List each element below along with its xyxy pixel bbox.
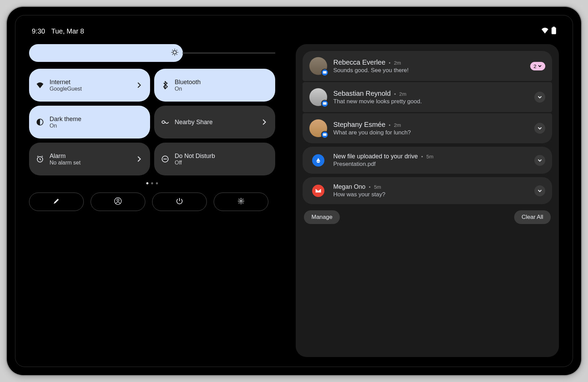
notification-time: 2m	[394, 122, 401, 128]
expand-button[interactable]	[534, 155, 545, 166]
notification-time: 2m	[394, 60, 401, 66]
chevron-right-icon[interactable]	[260, 118, 268, 126]
svg-line-10	[177, 50, 177, 50]
notifications-panel: Rebecca Everlee • 2m Sounds good. See yo…	[296, 44, 559, 357]
tile-dark-theme[interactable]: Dark theme On	[29, 106, 150, 139]
notification-time: 5m	[374, 184, 381, 190]
messages-app-badge-icon	[321, 69, 329, 76]
notification-title: New file uploaded to your drive	[333, 153, 418, 160]
battery-icon	[551, 27, 556, 36]
wifi-icon	[36, 81, 44, 89]
bluetooth-icon	[161, 81, 169, 89]
tile-sub: GoogleGuest	[50, 86, 130, 92]
status-left: 9:30 Tue, Mar 8	[32, 27, 84, 35]
tile-do-not-disturb[interactable]: Do Not Disturb Off	[154, 143, 275, 175]
svg-rect-0	[551, 27, 556, 34]
tile-sub: On	[50, 123, 143, 129]
messages-app-badge-icon	[321, 131, 329, 139]
svg-rect-19	[323, 102, 326, 105]
avatar	[309, 88, 327, 106]
drive-app-icon	[312, 154, 324, 167]
alarm-icon	[36, 155, 44, 163]
svg-line-5	[172, 50, 173, 50]
status-date: Tue, Mar 8	[51, 27, 84, 35]
notification-time: 5m	[426, 154, 433, 159]
manage-button[interactable]: Manage	[304, 210, 340, 224]
notification-time: 2m	[399, 91, 406, 97]
user-button[interactable]	[91, 193, 145, 211]
notification-body: What are you doing for lunch?	[333, 129, 528, 136]
notification-count-badge[interactable]: 2	[530, 62, 545, 70]
avatar	[309, 119, 327, 137]
expand-button[interactable]	[534, 123, 545, 134]
dark-theme-icon	[36, 118, 44, 126]
tile-title: Bluetooth	[175, 79, 268, 86]
notification-group-messages: Rebecca Everlee • 2m Sounds good. See yo…	[303, 51, 552, 143]
notification-sender: Sebastian Reynold	[333, 90, 391, 97]
user-icon	[114, 197, 122, 206]
gear-icon	[237, 197, 245, 206]
chevron-right-icon[interactable]	[135, 81, 143, 89]
svg-point-2	[173, 51, 176, 54]
tile-title: Do Not Disturb	[175, 153, 268, 160]
tile-sub: Off	[175, 160, 268, 166]
tablet-frame: 9:30 Tue, Mar 8	[7, 7, 581, 375]
notification-item[interactable]: Megan Ono • 5m How was your stay?	[303, 177, 552, 204]
screen: 9:30 Tue, Mar 8	[15, 15, 573, 367]
avatar	[309, 57, 327, 75]
svg-rect-1	[553, 27, 555, 28]
tile-sub: No alarm set	[50, 160, 130, 166]
wifi-icon	[541, 27, 549, 35]
tile-bluetooth[interactable]: Bluetooth On	[154, 69, 275, 102]
quick-settings-panel: Internet GoogleGuest Bluetooth	[29, 44, 275, 357]
clock-time: 9:30	[32, 27, 45, 35]
tile-title: Internet	[50, 79, 130, 86]
svg-rect-20	[323, 133, 326, 136]
svg-line-9	[172, 54, 173, 55]
notification-item[interactable]: Sebastian Reynold • 2m That new movie lo…	[303, 82, 552, 112]
expand-button[interactable]	[534, 92, 545, 103]
expand-button[interactable]	[534, 185, 545, 196]
nearby-share-icon	[161, 118, 169, 126]
clear-all-button[interactable]: Clear All	[514, 210, 551, 224]
svg-point-17	[240, 200, 242, 202]
svg-line-6	[177, 54, 177, 55]
notification-item[interactable]: Rebecca Everlee • 2m Sounds good. See yo…	[303, 51, 552, 81]
chevron-right-icon[interactable]	[135, 155, 143, 163]
tile-title: Alarm	[50, 153, 130, 160]
brightness-slider[interactable]	[29, 44, 275, 62]
messages-app-badge-icon	[321, 100, 329, 107]
page-indicator	[29, 182, 275, 184]
tile-title: Dark theme	[50, 116, 143, 123]
notification-sender: Stephany Esmée	[333, 121, 385, 129]
notification-sender: Megan Ono	[333, 183, 365, 190]
gmail-app-icon	[312, 185, 324, 197]
notification-body: Sounds good. See you there!	[333, 67, 524, 74]
svg-point-16	[117, 199, 119, 201]
notification-item[interactable]: New file uploaded to your drive • 5m Pre…	[303, 147, 552, 174]
status-bar: 9:30 Tue, Mar 8	[29, 25, 559, 37]
power-button[interactable]	[152, 193, 207, 211]
tile-sub: On	[175, 86, 268, 92]
settings-button[interactable]	[214, 193, 268, 211]
pencil-icon	[53, 198, 60, 206]
notification-sender: Rebecca Everlee	[333, 58, 385, 66]
edit-button[interactable]	[29, 193, 84, 211]
notification-item[interactable]: Stephany Esmée • 2m What are you doing f…	[303, 113, 552, 143]
brightness-icon	[171, 48, 179, 58]
tile-nearby-share[interactable]: Nearby Share	[154, 106, 275, 139]
do-not-disturb-icon	[161, 155, 169, 163]
tile-internet[interactable]: Internet GoogleGuest	[29, 69, 150, 102]
svg-rect-18	[323, 71, 326, 74]
notification-body: Presentation.pdf	[333, 161, 528, 168]
power-icon	[176, 197, 183, 206]
tile-title: Nearby Share	[175, 119, 255, 126]
notification-body: How was your stay?	[333, 191, 528, 198]
notification-body: That new movie looks pretty good.	[333, 98, 528, 105]
status-right	[541, 27, 556, 36]
tile-alarm[interactable]: Alarm No alarm set	[29, 143, 150, 175]
